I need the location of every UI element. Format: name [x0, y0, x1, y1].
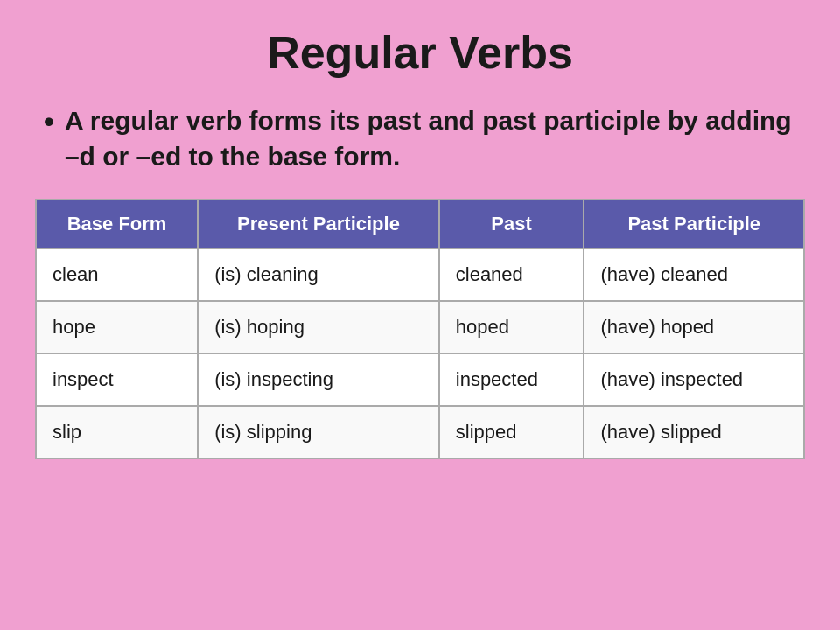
verb-table: Base Form Present Participle Past Past P… — [35, 199, 805, 459]
table-cell-r1-c2: hoped — [439, 301, 584, 354]
table-cell-r1-c0: hope — [36, 301, 198, 354]
table-cell-r3-c2: slipped — [439, 406, 584, 458]
bullet-text: • A regular verb forms its past and past… — [44, 103, 805, 174]
table-cell-r1-c1: (is) hoping — [198, 301, 439, 354]
table-cell-r0-c3: (have) cleaned — [584, 248, 804, 301]
bullet-dot: • — [44, 103, 54, 139]
table-row: hope(is) hopinghoped(have) hoped — [36, 301, 804, 354]
verb-table-container: Base Form Present Participle Past Past P… — [35, 199, 805, 459]
table-row: slip(is) slippingslipped(have) slipped — [36, 406, 804, 458]
table-cell-r0-c2: cleaned — [439, 248, 584, 301]
bullet-section: • A regular verb forms its past and past… — [35, 103, 805, 174]
table-cell-r0-c1: (is) cleaning — [198, 248, 439, 301]
table-cell-r3-c3: (have) slipped — [584, 406, 804, 458]
table-row: inspect(is) inspectinginspected(have) in… — [36, 354, 804, 406]
col-header-past-participle: Past Participle — [584, 200, 804, 248]
col-header-base-form: Base Form — [36, 200, 198, 248]
col-header-past: Past — [439, 200, 584, 248]
table-row: clean(is) cleaningcleaned(have) cleaned — [36, 248, 804, 301]
table-cell-r2-c1: (is) inspecting — [198, 354, 439, 406]
table-cell-r3-c1: (is) slipping — [198, 406, 439, 458]
table-header-row: Base Form Present Participle Past Past P… — [36, 200, 804, 248]
table-cell-r3-c0: slip — [36, 406, 198, 458]
page-title: Regular Verbs — [267, 26, 573, 79]
table-cell-r1-c3: (have) hoped — [584, 301, 804, 354]
table-cell-r2-c0: inspect — [36, 354, 198, 406]
bullet-body: A regular verb forms its past and past p… — [65, 103, 805, 174]
col-header-present-participle: Present Participle — [198, 200, 439, 248]
table-cell-r0-c0: clean — [36, 248, 198, 301]
table-cell-r2-c3: (have) inspected — [584, 354, 804, 406]
table-cell-r2-c2: inspected — [439, 354, 584, 406]
